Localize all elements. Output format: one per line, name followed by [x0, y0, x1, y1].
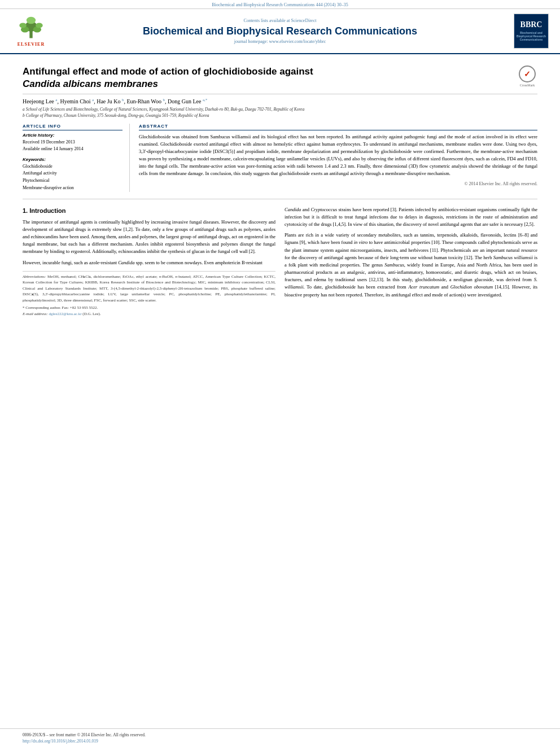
- section-divider: [23, 199, 537, 199]
- doi-line: http://dx.doi.org/10.1016/j.bbrc.2014.01…: [23, 739, 537, 744]
- keywords-list: Glochidioboside Antifungal activity Phyt…: [23, 163, 123, 192]
- article-info-abstract: ARTICLE INFO Article history: Received 1…: [23, 124, 537, 192]
- svg-rect-1: [29, 30, 32, 38]
- keyword-1: Glochidioboside: [23, 163, 123, 171]
- bbrc-label: BBRC Biochemical and Biophysical Researc…: [514, 14, 548, 48]
- crossmark-icon: ✓: [519, 65, 536, 82]
- content-area: Antifungal effect and mode of action of …: [0, 54, 560, 728]
- received-date: Received 19 December 2013: [23, 139, 123, 146]
- keyword-2: Antifungal activity: [23, 170, 123, 177]
- keyword-4: Membrane-disruptive action: [23, 185, 123, 192]
- sciencedirect-link: Contents lists available at ScienceDirec…: [56, 18, 504, 23]
- elsevier-tree-icon: [14, 15, 48, 41]
- article-title: Antifungal effect and mode of action of …: [23, 65, 517, 90]
- intro-title: 1. Introduction: [23, 206, 275, 216]
- footnotes: Abbreviations: MeOH, methanol; CH₂Cl₂, d…: [23, 271, 275, 317]
- crossmark-badge: ✓ CrossMark: [517, 65, 537, 87]
- history-label: Article history:: [23, 133, 123, 138]
- authors-line: Heejeong Lee a, Hyemin Choi a, Hae Ju Ko…: [23, 98, 537, 104]
- doi-link[interactable]: http://dx.doi.org/10.1016/j.bbrc.2014.01…: [23, 739, 98, 744]
- svg-point-7: [27, 17, 36, 24]
- available-date: Available online 14 January 2014: [23, 146, 123, 152]
- body-left-col: 1. Introduction The importance of antifu…: [23, 206, 275, 317]
- svg-text:Communications: Communications: [520, 38, 543, 41]
- abstract-text: Glochidioboside was obtained from Sambuc…: [139, 133, 537, 178]
- right-para1: Candida and Cryptococcus strains have be…: [285, 206, 537, 229]
- page: Biochemical and Biophysical Research Com…: [0, 0, 560, 747]
- intro-para1: The importance of antifungal agents is c…: [23, 219, 275, 256]
- article-title-section: Antifungal effect and mode of action of …: [23, 60, 537, 94]
- keyword-3: Phytochemical: [23, 177, 123, 185]
- journal-header: ELSEVIER Contents lists available at Sci…: [0, 9, 560, 54]
- journal-logo-right: BBRC Biochemical and Biophysical Researc…: [509, 14, 549, 49]
- citation-bar: Biochemical and Biophysical Research Com…: [0, 0, 560, 9]
- body-right-col: Candida and Cryptococcus strains have be…: [285, 206, 537, 317]
- corresponding-line: * Corresponding author. Fax: +82 53 955 …: [23, 305, 275, 311]
- copyright-line: © 2014 Elsevier Inc. All rights reserved…: [139, 181, 537, 186]
- abstract-panel: ABSTRACT Glochidioboside was obtained fr…: [139, 124, 537, 192]
- issn-line: 0006-291X/$ – see front matter © 2014 El…: [23, 732, 537, 737]
- svg-point-6: [36, 23, 43, 28]
- journal-title: Biochemical and Biophysical Research Com…: [56, 25, 504, 37]
- crossmark-label: CrossMark: [520, 84, 535, 87]
- journal-center: Contents lists available at ScienceDirec…: [56, 18, 504, 44]
- keywords-label: Keywords:: [23, 157, 123, 162]
- main-body: 1. Introduction The importance of antifu…: [23, 206, 537, 317]
- abbrev-line: Abbreviations: MeOH, methanol; CH₂Cl₂, d…: [23, 274, 275, 304]
- elsevier-logo: ELSEVIER: [11, 15, 51, 47]
- affiliation-b: b College of Pharmacy, Chosun University…: [23, 113, 537, 118]
- article-info-panel: ARTICLE INFO Article history: Received 1…: [23, 124, 130, 192]
- bottom-bar: 0006-291X/$ – see front matter © 2014 El…: [0, 728, 560, 747]
- corresponding-text: * Corresponding author. Fax: +82 53 955 …: [23, 305, 98, 310]
- citation-text: Biochemical and Biophysical Research Com…: [212, 2, 348, 7]
- abstract-heading: ABSTRACT: [139, 124, 537, 130]
- abbrev-label: Abbreviations:: [23, 274, 46, 279]
- article-info-heading: ARTICLE INFO: [23, 124, 123, 130]
- bbrc-box: BBRC Biochemical and Biophysical Researc…: [514, 14, 549, 49]
- elsevier-label: ELSEVIER: [18, 42, 45, 47]
- email-text: E-mail address: dglee222@knu.ac.kr (D.G.…: [23, 312, 101, 316]
- abbrev-text: MeOH, methanol; CH₂Cl₂, dichloromethane;…: [23, 274, 275, 303]
- email-line: E-mail address: dglee222@knu.ac.kr (D.G.…: [23, 311, 275, 317]
- journal-homepage: journal homepage: www.elsevier.com/locat…: [56, 39, 504, 44]
- right-para2: Plants are rich in a wide variety of sec…: [285, 231, 537, 299]
- svg-point-5: [19, 23, 27, 28]
- extracted-word: extracted: [377, 284, 395, 290]
- intro-para2: However, incurable fungi, such as azole-…: [23, 259, 275, 267]
- affiliation-a: a School of Life Sciences and Biotechnol…: [23, 107, 537, 112]
- svg-text:BBRC: BBRC: [520, 20, 542, 29]
